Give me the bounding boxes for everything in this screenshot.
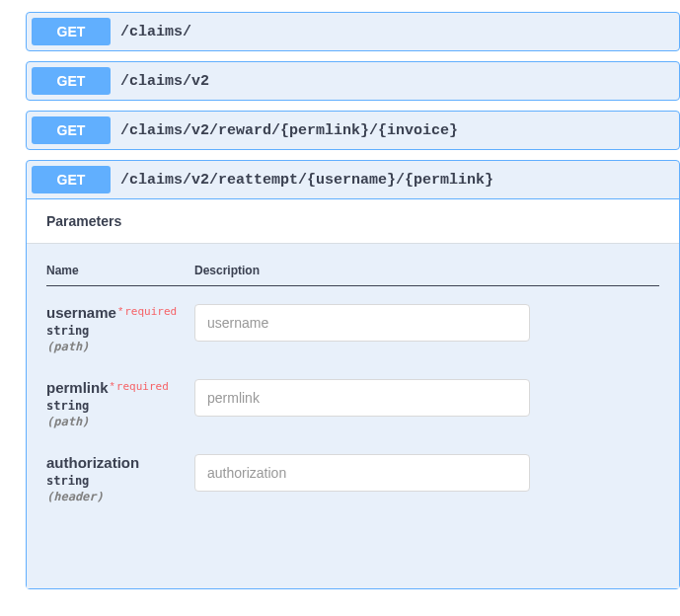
endpoint-path: /claims/v2/reattempt/{username}/{permlin… <box>120 172 493 189</box>
endpoint-path: /claims/v2 <box>120 73 209 90</box>
param-name: authorization <box>46 454 139 471</box>
param-name: username <box>46 304 116 321</box>
permlink-input[interactable] <box>194 379 530 417</box>
parameters-table: Name Description username*required strin… <box>27 244 679 588</box>
parameters-title: Parameters <box>27 199 679 244</box>
endpoint-body: Parameters Name Description username*req… <box>27 198 679 588</box>
required-label: required <box>124 305 177 318</box>
column-header-description: Description <box>194 264 260 277</box>
endpoint-row-claims-v2[interactable]: GET /claims/v2 <box>26 61 680 101</box>
endpoint-header[interactable]: GET /claims/ <box>27 13 679 50</box>
param-row-username: username*required string (path) <box>46 304 659 353</box>
endpoint-path: /claims/ <box>120 24 191 40</box>
param-type: string <box>46 324 194 338</box>
param-type: string <box>46 399 194 413</box>
method-badge: GET <box>32 18 111 45</box>
endpoint-row-claims-reattempt: GET /claims/v2/reattempt/{username}/{per… <box>26 160 680 589</box>
required-star-icon: * <box>111 380 114 392</box>
endpoint-row-claims-reward[interactable]: GET /claims/v2/reward/{permlink}/{invoic… <box>26 111 680 150</box>
param-location: (path) <box>46 340 194 353</box>
param-location: (header) <box>46 490 194 503</box>
param-row-authorization: authorization string (header) <box>46 454 659 503</box>
param-name-cell: authorization string (header) <box>46 454 194 503</box>
column-header-name: Name <box>46 264 194 277</box>
authorization-input[interactable] <box>194 454 530 492</box>
endpoint-header[interactable]: GET /claims/v2/reward/{permlink}/{invoic… <box>27 112 679 149</box>
endpoint-path: /claims/v2/reward/{permlink}/{invoice} <box>120 122 458 139</box>
required-star-icon: * <box>118 305 122 317</box>
param-type: string <box>46 474 194 488</box>
username-input[interactable] <box>194 304 530 342</box>
endpoint-row-claims[interactable]: GET /claims/ <box>26 12 680 51</box>
param-desc-cell <box>194 454 530 503</box>
param-row-permlink: permlink*required string (path) <box>46 379 659 428</box>
method-badge: GET <box>32 67 111 95</box>
param-desc-cell <box>194 304 530 353</box>
endpoint-header[interactable]: GET /claims/v2/reattempt/{username}/{per… <box>27 161 679 198</box>
parameters-table-header: Name Description <box>46 264 659 286</box>
endpoint-header[interactable]: GET /claims/v2 <box>27 62 679 100</box>
required-label: required <box>116 380 169 393</box>
param-location: (path) <box>46 415 194 428</box>
param-name-cell: username*required string (path) <box>46 304 194 353</box>
param-desc-cell <box>194 379 530 428</box>
method-badge: GET <box>32 166 111 193</box>
param-name-cell: permlink*required string (path) <box>46 379 194 428</box>
param-name: permlink <box>46 379 109 396</box>
method-badge: GET <box>32 116 111 144</box>
